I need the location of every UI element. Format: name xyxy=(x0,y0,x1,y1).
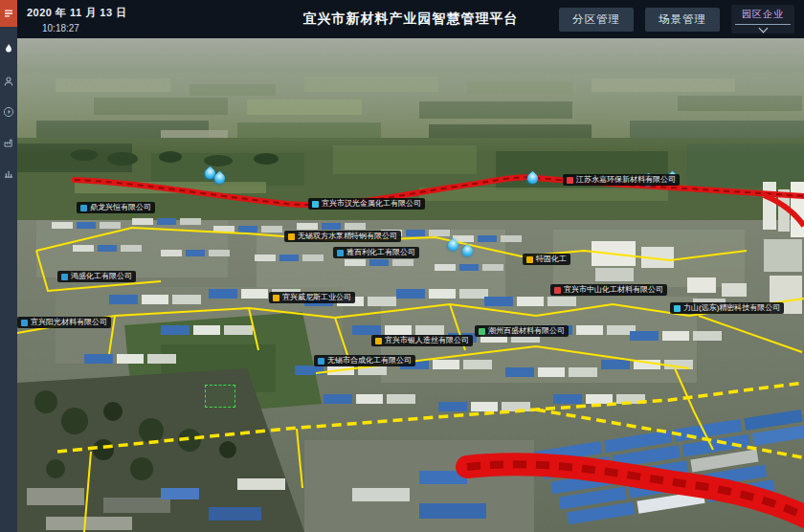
enterprise-name: 宜兴市中山化工材料有限公司 xyxy=(564,286,663,294)
enterprise-marker-icon xyxy=(479,328,485,335)
toolbar-menu-button[interactable] xyxy=(0,0,17,27)
park-enterprise-label: 园区企业 xyxy=(742,8,784,21)
water-drop-marker[interactable] xyxy=(525,171,541,187)
menu-icon xyxy=(3,8,14,19)
enterprise-marker-icon xyxy=(526,256,533,263)
enterprise-marker-icon xyxy=(337,250,344,256)
enterprise-name: 宜兴阳光材料有限公司 xyxy=(31,319,107,326)
enterprise-label[interactable]: 特固化工 xyxy=(523,254,570,265)
enterprise-label[interactable]: 力山(远东)精密科技有限公司 xyxy=(670,302,784,314)
bar-chart-icon xyxy=(3,167,14,179)
enterprise-label[interactable]: 无锡双方水泵精特钢有限公司 xyxy=(284,231,401,242)
enterprise-marker-icon xyxy=(318,358,324,365)
current-date: 2020 年 11 月 13 日 xyxy=(27,6,127,20)
enterprise-name: 江苏永嘉环保新材料有限公司 xyxy=(576,176,676,184)
map-3d-view[interactable]: 鼎龙兴恒有限公司宜兴市汉光金属化工有限公司无锡双方水泵精特钢有限公司雅百利化工有… xyxy=(17,38,804,532)
toolbar-fire-button[interactable] xyxy=(0,36,17,61)
park-enterprise-dropdown[interactable]: 园区企业 xyxy=(731,5,794,33)
enterprise-name: 鼎龙兴恒有限公司 xyxy=(90,204,151,211)
enterprise-marker-icon xyxy=(567,177,573,184)
toolbar-power-button[interactable] xyxy=(0,100,17,124)
enterprise-marker-icon xyxy=(21,320,28,326)
enterprise-marker-icon xyxy=(375,338,382,344)
water-drop-marker[interactable] xyxy=(460,244,476,259)
enterprise-label[interactable]: 鼎龙兴恒有限公司 xyxy=(77,202,155,213)
enterprise-label[interactable]: 宜兴市中山化工材料有限公司 xyxy=(550,284,667,296)
selection-box xyxy=(205,385,235,408)
enterprise-label[interactable]: 宜兴市汉光金属化工有限公司 xyxy=(308,198,425,210)
enterprise-name: 力山(远东)精密科技有限公司 xyxy=(683,304,780,312)
enterprise-marker-icon xyxy=(80,205,87,211)
header-actions: 分区管理 场景管理 园区企业 xyxy=(559,5,804,33)
enterprise-marker-icon xyxy=(273,295,279,301)
factory-icon xyxy=(3,137,14,148)
enterprise-marker-icon xyxy=(288,233,295,240)
enterprise-label[interactable]: 雅百利化工有限公司 xyxy=(333,247,419,258)
enterprise-marker-icon xyxy=(312,201,319,208)
enterprise-name: 无锡市合成化工有限公司 xyxy=(327,357,412,365)
top-header: 2020 年 11 月 13 日 10:18:27 宜兴市新材料产业园智慧管理平… xyxy=(17,0,804,38)
enterprise-name: 宜兴市汉光金属化工有限公司 xyxy=(322,200,421,208)
person-icon xyxy=(3,76,14,87)
fire-icon xyxy=(3,43,14,55)
enterprise-name: 鸿盛化工有限公司 xyxy=(71,273,132,280)
enterprise-label[interactable]: 宜兴阳光材料有限公司 xyxy=(17,317,111,328)
datetime-block: 2020 年 11 月 13 日 10:18:27 xyxy=(17,6,127,33)
chevron-down-icon xyxy=(758,24,768,33)
zone-management-button[interactable]: 分区管理 xyxy=(559,8,634,32)
enterprise-name: 宜兴威尼斯工业公司 xyxy=(282,294,351,301)
enterprise-name: 潮州百盛材料有限公司 xyxy=(488,327,565,335)
toolbar-chart-button[interactable] xyxy=(0,161,17,186)
toolbar-factory-button[interactable] xyxy=(0,130,17,155)
enterprise-marker-icon xyxy=(554,287,561,294)
left-toolbar xyxy=(0,0,17,532)
enterprise-name: 宜兴市银人造丝有限公司 xyxy=(385,337,469,344)
enterprise-label[interactable]: 宜兴市银人造丝有限公司 xyxy=(371,335,473,346)
enterprise-label[interactable]: 无锡市合成化工有限公司 xyxy=(314,355,415,366)
enterprise-name: 无锡双方水泵精特钢有限公司 xyxy=(298,233,397,240)
toolbar-person-button[interactable] xyxy=(0,69,17,94)
enterprise-marker-icon xyxy=(674,305,681,312)
power-icon xyxy=(3,106,14,118)
water-drop-marker[interactable] xyxy=(446,238,461,254)
label-layer: 鼎龙兴恒有限公司宜兴市汉光金属化工有限公司无锡双方水泵精特钢有限公司雅百利化工有… xyxy=(17,38,804,532)
enterprise-label[interactable]: 宜兴威尼斯工业公司 xyxy=(269,292,355,303)
scene-management-button[interactable]: 场景管理 xyxy=(645,8,720,32)
enterprise-marker-icon xyxy=(61,274,68,280)
enterprise-label[interactable]: 鸿盛化工有限公司 xyxy=(57,271,136,282)
enterprise-label[interactable]: 潮州百盛材料有限公司 xyxy=(475,325,569,337)
enterprise-label[interactable]: 江苏永嘉环保新材料有限公司 xyxy=(563,174,680,186)
current-time: 10:18:27 xyxy=(42,23,127,33)
enterprise-name: 特固化工 xyxy=(536,255,567,263)
enterprise-name: 雅百利化工有限公司 xyxy=(346,249,415,256)
